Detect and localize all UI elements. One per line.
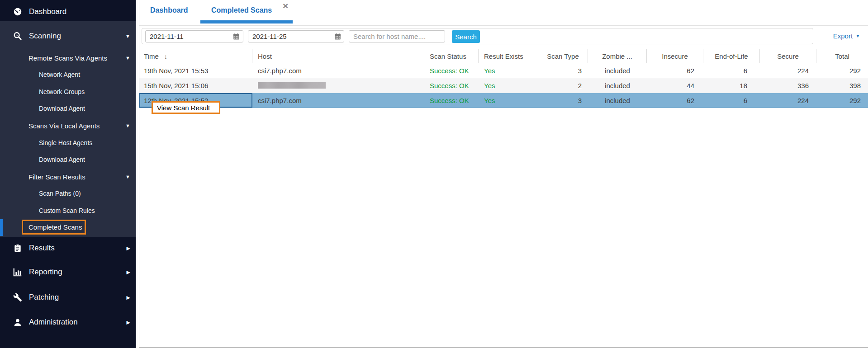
cell-result-exists: Yes	[479, 93, 538, 108]
cell-end-of-life: 18	[703, 78, 760, 93]
close-icon[interactable]: ×	[283, 0, 288, 11]
table-row[interactable]: 15th Nov, 2021 15:06 Success: OK Yes 2 i…	[139, 78, 868, 93]
cell-total: 292	[816, 63, 868, 78]
cell-zombie: included	[588, 63, 647, 78]
tab-dashboard[interactable]: Dashboard	[150, 6, 188, 14]
cell-host	[252, 78, 424, 93]
column-header-scan-type[interactable]: Scan Type	[538, 49, 588, 63]
column-header-zombie[interactable]: Zombie ...	[588, 49, 647, 63]
date-from-input[interactable]	[145, 30, 243, 42]
filter-panel: Search	[142, 28, 813, 44]
sidebar: Dashboard Scanning ▼ Remote Scans Via Ag…	[0, 0, 136, 348]
person-icon	[13, 317, 23, 327]
active-item-indicator	[0, 219, 3, 236]
host-search-input[interactable]	[349, 30, 445, 42]
sidebar-item-download-agent-local[interactable]: Download Agent	[0, 151, 136, 168]
sidebar-item-results[interactable]: Results ▶	[0, 240, 136, 257]
sidebar-item-single-host-agents[interactable]: Single Host Agents	[0, 134, 136, 151]
sort-desc-icon[interactable]: ↓	[164, 52, 168, 60]
table-body: 19th Nov, 2021 15:53 csi7.php7.com Succe…	[139, 63, 868, 108]
sidebar-item-completed-scans[interactable]: Completed Scans	[22, 220, 86, 235]
sidebar-item-scan-paths[interactable]: Scan Paths (0)	[0, 185, 136, 202]
cell-secure: 224	[760, 93, 816, 108]
column-header-result-exists[interactable]: Result Exists	[479, 49, 538, 63]
chevron-right-icon[interactable]: ▶	[127, 270, 130, 275]
cell-scan-type: 2	[538, 78, 588, 93]
sidebar-item-network-groups[interactable]: Network Groups	[0, 83, 136, 100]
cell-scan-status: Success: OK	[424, 63, 479, 78]
table-row-selected[interactable]: 12th Nov, 2021 15:52 csi7.php7.com Succe…	[139, 93, 868, 108]
column-header-total[interactable]: Total	[816, 49, 868, 63]
chevron-down-icon[interactable]: ▼	[125, 174, 130, 179]
cell-zombie: included	[588, 78, 647, 93]
redacted-host-blur	[258, 82, 326, 89]
sidebar-item-custom-scan-rules[interactable]: Custom Scan Rules	[0, 202, 136, 219]
table-header: Time ↓ Host Scan Status Result Exists Sc…	[139, 49, 868, 63]
cell-time: 15th Nov, 2021 15:06	[139, 78, 252, 93]
bar-chart-icon	[13, 267, 23, 277]
wrench-icon	[13, 292, 23, 302]
cell-scan-type: 3	[538, 93, 588, 108]
cell-insecure: 44	[647, 78, 703, 93]
sidebar-item-scans-via-local-agents[interactable]: Scans Via Local Agents ▼	[0, 117, 136, 134]
column-header-time[interactable]: Time ↓	[139, 49, 252, 63]
cell-secure: 224	[760, 63, 816, 78]
sidebar-item-patching[interactable]: Patching ▶	[0, 289, 136, 306]
export-label: Export	[833, 32, 853, 40]
cell-insecure: 62	[647, 63, 703, 78]
magnifier-icon	[13, 31, 23, 41]
chevron-right-icon[interactable]: ▶	[127, 246, 130, 251]
cell-secure: 336	[760, 78, 816, 93]
column-header-insecure[interactable]: Insecure	[647, 49, 703, 63]
column-header-secure[interactable]: Secure	[760, 49, 816, 63]
cell-zombie: included	[588, 93, 647, 108]
gauge-icon	[13, 7, 23, 17]
cell-scan-type: 3	[538, 63, 588, 78]
cell-total: 398	[816, 78, 868, 93]
sidebar-item-scanning[interactable]: Scanning ▼	[0, 28, 136, 45]
cell-host: csi7.php7.com	[252, 93, 424, 108]
cell-result-exists: Yes	[479, 63, 538, 78]
chevron-down-icon: ▼	[856, 34, 860, 38]
cell-insecure: 62	[647, 93, 703, 108]
export-menu[interactable]: Export ▼	[833, 32, 860, 40]
date-to-input[interactable]	[248, 30, 344, 42]
chevron-right-icon[interactable]: ▶	[127, 295, 130, 300]
cell-end-of-life: 6	[703, 63, 760, 78]
chevron-down-icon[interactable]: ▼	[125, 56, 130, 61]
cell-scan-status: Success: OK	[424, 78, 479, 93]
chevron-right-icon[interactable]: ▶	[127, 320, 130, 325]
column-header-host[interactable]: Host	[252, 49, 424, 63]
tab-bar: Dashboard Completed Scans ×	[139, 0, 868, 26]
search-button[interactable]: Search	[452, 30, 480, 43]
cell-time: 19th Nov, 2021 15:53	[139, 63, 252, 78]
view-scan-result-tooltip[interactable]: View Scan Result	[152, 101, 220, 114]
cell-result-exists: Yes	[479, 78, 538, 93]
sidebar-item-network-agent[interactable]: Network Agent	[0, 66, 136, 83]
main-content: Dashboard Completed Scans × Search Expor…	[139, 0, 868, 348]
clipboard-icon	[13, 243, 23, 253]
column-header-scan-status[interactable]: Scan Status	[424, 49, 479, 63]
sidebar-item-reporting[interactable]: Reporting ▶	[0, 263, 136, 281]
cell-scan-status: Success: OK	[424, 93, 479, 108]
sidebar-item-dashboard[interactable]: Dashboard	[0, 3, 136, 20]
chevron-down-icon[interactable]: ▼	[125, 123, 130, 128]
cell-host: csi7.php7.com	[252, 63, 424, 78]
cell-total: 292	[816, 93, 868, 108]
active-tab-underline	[200, 20, 293, 24]
sidebar-item-administration[interactable]: Administration ▶	[0, 314, 136, 331]
sidebar-item-download-agent[interactable]: Download Agent	[0, 100, 136, 117]
sidebar-content-divider	[136, 0, 139, 348]
chevron-down-icon[interactable]: ▼	[125, 34, 130, 39]
cell-end-of-life: 6	[703, 93, 760, 108]
sidebar-item-remote-scans-via-agents[interactable]: Remote Scans Via Agents ▼	[0, 49, 136, 66]
column-header-end-of-life[interactable]: End-of-Life	[703, 49, 760, 63]
tab-completed-scans[interactable]: Completed Scans	[211, 6, 272, 14]
table-row[interactable]: 19th Nov, 2021 15:53 csi7.php7.com Succe…	[139, 63, 868, 78]
sidebar-item-filter-scan-results[interactable]: Filter Scan Results ▼	[0, 168, 136, 185]
